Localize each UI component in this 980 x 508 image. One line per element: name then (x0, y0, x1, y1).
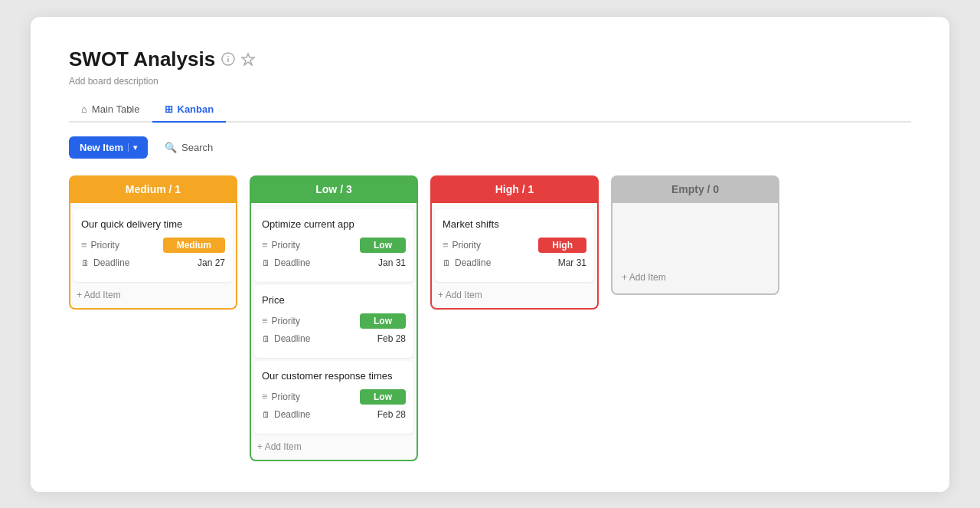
toolbar: New Item ▾ 🔍 Search (69, 136, 911, 159)
deadline-value-low-0: Jan 31 (378, 257, 406, 268)
calendar-icon: 🗓 (262, 258, 270, 267)
add-item-button-empty[interactable]: + Add Item (619, 267, 772, 287)
deadline-value-low-2: Feb 28 (377, 409, 406, 420)
kanban-column-empty: Empty / 0+ Add Item (611, 175, 779, 295)
priority-badge-low-0[interactable]: Low (360, 238, 406, 253)
list-icon: ≡ (262, 239, 268, 251)
add-item-button-medium[interactable]: + Add Item (74, 285, 233, 305)
card-title-low-0: Optimize current app (262, 218, 406, 230)
calendar-icon: 🗓 (443, 258, 451, 267)
deadline-value-medium-0: Jan 27 (198, 257, 225, 268)
priority-field-low-2: ≡ PriorityLow (262, 389, 406, 405)
deadline-label-medium-0: 🗓 Deadline (81, 257, 129, 268)
deadline-field-high-0: 🗓 DeadlineMar 31 (443, 257, 586, 268)
column-body-high: Market shifts≡ PriorityHigh🗓 DeadlineMar… (430, 203, 599, 310)
kanban-board: Medium / 1Our quick delivery time≡ Prior… (69, 175, 911, 461)
kanban-column-low: Low / 3Optimize current app≡ PriorityLow… (250, 175, 418, 461)
card-high-0[interactable]: Market shifts≡ PriorityHigh🗓 DeadlineMar… (435, 209, 594, 282)
page-header: SWOT Analysis (69, 48, 911, 71)
calendar-icon: 🗓 (81, 258, 90, 267)
priority-field-low-0: ≡ PriorityLow (262, 238, 406, 253)
deadline-field-low-2: 🗓 DeadlineFeb 28 (262, 409, 406, 420)
deadline-label-low-2: 🗓 Deadline (262, 409, 310, 420)
deadline-field-low-1: 🗓 DeadlineFeb 28 (262, 333, 406, 344)
deadline-field-medium-0: 🗓 DeadlineJan 27 (81, 257, 225, 268)
page-title: SWOT Analysis (69, 48, 215, 71)
column-body-medium: Our quick delivery time≡ PriorityMedium🗓… (69, 203, 237, 310)
card-title-medium-0: Our quick delivery time (81, 218, 225, 230)
priority-field-low-1: ≡ PriorityLow (262, 313, 406, 329)
deadline-label-low-1: 🗓 Deadline (262, 333, 310, 344)
priority-label-low-0: ≡ Priority (262, 239, 300, 251)
deadline-value-high-0: Mar 31 (558, 257, 586, 268)
card-low-1[interactable]: Price≡ PriorityLow🗓 DeadlineFeb 28 (254, 285, 413, 358)
card-title-low-2: Our customer response times (262, 370, 406, 382)
deadline-field-low-0: 🗓 DeadlineJan 31 (262, 257, 406, 268)
priority-badge-low-1[interactable]: Low (360, 313, 406, 329)
search-button[interactable]: 🔍 Search (157, 136, 220, 159)
column-header-low: Low / 3 (250, 175, 418, 203)
new-item-button[interactable]: New Item ▾ (69, 136, 148, 159)
svg-marker-3 (242, 54, 254, 65)
deadline-value-low-1: Feb 28 (377, 333, 406, 344)
app-container: SWOT Analysis Add board description ⌂ Ma… (31, 17, 949, 492)
kanban-column-medium: Medium / 1Our quick delivery time≡ Prior… (69, 175, 237, 310)
priority-label-high-0: ≡ Priority (443, 239, 481, 251)
chevron-down-icon: ▾ (128, 143, 137, 152)
card-title-low-1: Price (262, 294, 406, 306)
column-body-low: Optimize current app≡ PriorityLow🗓 Deadl… (250, 203, 418, 461)
new-item-label: New Item (80, 142, 123, 153)
priority-field-medium-0: ≡ PriorityMedium (81, 238, 225, 253)
list-icon: ≡ (443, 239, 449, 251)
deadline-label-high-0: 🗓 Deadline (443, 257, 491, 268)
tab-kanban[interactable]: ⊞ Kanban (152, 97, 227, 123)
priority-badge-high-0[interactable]: High (538, 238, 586, 253)
home-icon: ⌂ (81, 103, 87, 115)
column-header-empty: Empty / 0 (611, 175, 779, 203)
grid-icon: ⊞ (165, 103, 173, 115)
calendar-icon: 🗓 (262, 334, 270, 343)
priority-field-high-0: ≡ PriorityHigh (443, 238, 586, 253)
priority-label-low-2: ≡ Priority (262, 391, 300, 402)
card-medium-0[interactable]: Our quick delivery time≡ PriorityMedium🗓… (74, 209, 233, 282)
priority-label-medium-0: ≡ Priority (81, 239, 119, 251)
priority-label-low-1: ≡ Priority (262, 315, 300, 326)
column-body-empty: + Add Item (611, 203, 779, 295)
list-icon: ≡ (262, 315, 268, 326)
priority-badge-low-2[interactable]: Low (360, 389, 406, 405)
tabs: ⌂ Main Table ⊞ Kanban (69, 97, 911, 123)
card-low-0[interactable]: Optimize current app≡ PriorityLow🗓 Deadl… (254, 209, 413, 282)
list-icon: ≡ (81, 239, 87, 251)
add-item-button-high[interactable]: + Add Item (435, 285, 594, 305)
add-item-button-low[interactable]: + Add Item (254, 437, 413, 457)
info-icon[interactable] (221, 52, 235, 66)
svg-point-2 (227, 56, 229, 57)
card-low-2[interactable]: Our customer response times≡ PriorityLow… (254, 361, 413, 434)
list-icon: ≡ (262, 391, 268, 402)
kanban-column-high: High / 1Market shifts≡ PriorityHigh🗓 Dea… (430, 175, 599, 310)
column-header-medium: Medium / 1 (69, 175, 237, 203)
search-icon: 🔍 (165, 142, 177, 153)
board-description[interactable]: Add board description (69, 76, 911, 87)
tab-main-table[interactable]: ⌂ Main Table (69, 97, 152, 123)
column-header-high: High / 1 (430, 175, 599, 203)
card-title-high-0: Market shifts (443, 218, 586, 230)
deadline-label-low-0: 🗓 Deadline (262, 257, 310, 268)
calendar-icon: 🗓 (262, 410, 270, 419)
priority-badge-medium-0[interactable]: Medium (163, 238, 225, 253)
star-icon[interactable] (241, 52, 255, 66)
